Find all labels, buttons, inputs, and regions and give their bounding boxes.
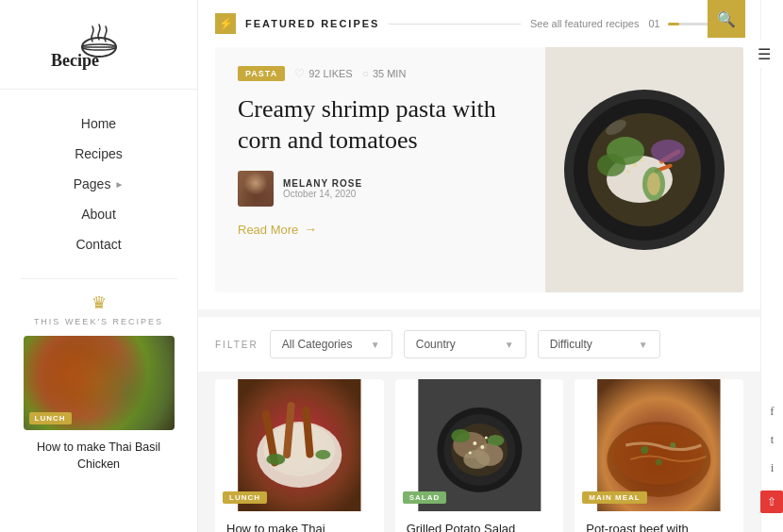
tag-pasta: PASTA (238, 66, 285, 81)
svg-point-37 (487, 435, 504, 446)
svg-point-27 (266, 454, 285, 465)
filter-label: FILTER (215, 340, 258, 350)
svg-point-17 (641, 159, 643, 162)
sidebar-divider (20, 278, 177, 279)
author-date: October 14, 2020 (283, 189, 362, 199)
featured-header: ⚡ FEATURED RECIPES See all featured reci… (215, 13, 743, 34)
sidebar-recipe-title: How to make Thai Basil Chicken (11, 440, 186, 473)
recipe-card-2[interactable]: MAIN MEAL Pot-roast beef with (575, 379, 743, 532)
chevron-down-icon-country: ▼ (505, 340, 514, 350)
filter-section: FILTER All Categories ▼ Country ▼ Diffic… (198, 317, 760, 372)
recipe-card-body-1: Grilled Potato Salad (395, 511, 564, 532)
svg-point-16 (633, 163, 637, 167)
chevron-down-icon-diff: ▼ (639, 340, 648, 350)
weeks-label: THIS WEEK'S RECIPES (34, 317, 163, 326)
recipe-card-image-1: SALAD (395, 379, 564, 511)
arrow-right-icon: → (304, 222, 317, 237)
sidebar-featured-image: LUNCH (24, 336, 175, 430)
clock-icon: ○ (362, 67, 369, 80)
recipe-card-title-2: Pot-roast beef with (586, 521, 732, 532)
filter-difficulty[interactable]: Difficulty ▼ (538, 330, 660, 358)
svg-point-10 (597, 154, 625, 176)
page-progress-fill (668, 23, 679, 25)
recipe-card-0[interactable]: LUNCH How to make Thai (215, 379, 384, 532)
nav-contact[interactable]: Contact (0, 229, 197, 259)
card-tags: PASTA ♡ 92 LIKES ○ 35 MIN (238, 66, 523, 81)
svg-point-47 (671, 442, 676, 448)
recipe-card-image-0: LUNCH (215, 379, 384, 511)
author-info: MELANY ROSE October 14, 2020 (283, 178, 362, 199)
search-button[interactable]: 🔍 (708, 0, 745, 38)
lightning-icon: ⚡ (215, 13, 236, 34)
recipe-title: Creamy shrimp pasta with corn and tomato… (238, 94, 523, 156)
nav-about[interactable]: About (0, 199, 197, 229)
svg-point-36 (451, 429, 470, 442)
nav-pages[interactable]: Pages ► (0, 169, 197, 199)
svg-point-38 (473, 441, 476, 445)
scroll-top-button[interactable]: ⇧ (760, 490, 783, 513)
author-name: MELANY ROSE (283, 178, 362, 189)
twitter-icon[interactable]: t (771, 432, 775, 447)
badge-mainmeal-2: MAIN MEAL (582, 491, 646, 504)
logo-icon: Becipe (47, 17, 151, 74)
svg-point-28 (315, 450, 330, 459)
svg-point-46 (641, 446, 649, 454)
filter-categories[interactable]: All Categories ▼ (270, 330, 392, 358)
recipe-grid: LUNCH How to make Thai (215, 379, 743, 532)
nav-recipes[interactable]: Recipes (0, 139, 197, 169)
hamburger-icon: ☰ (758, 45, 771, 63)
nav-home[interactable]: Home (0, 108, 197, 139)
main-content: ⚡ FEATURED RECIPES See all featured reci… (198, 0, 760, 532)
svg-point-41 (485, 437, 488, 440)
logo-area: Becipe (0, 0, 197, 90)
search-icon: 🔍 (717, 10, 736, 28)
author-row: MELANY ROSE October 14, 2020 (238, 171, 523, 207)
svg-point-48 (656, 459, 662, 466)
sidebar-badge-lunch: LUNCH (29, 412, 72, 424)
facebook-icon[interactable]: f (770, 404, 774, 419)
featured-line (389, 24, 521, 25)
sidebar: Becipe Home Recipes Pages ► About Contac… (0, 0, 198, 532)
author-avatar (238, 171, 274, 207)
tag-likes: ♡ 92 LIKES (294, 67, 352, 80)
featured-card-content: PASTA ♡ 92 LIKES ○ 35 MIN Creamy shrimp … (215, 47, 545, 292)
recipe-card-1[interactable]: SALAD Grilled Potato Salad (395, 379, 564, 532)
featured-section: ⚡ FEATURED RECIPES See all featured reci… (198, 0, 760, 309)
svg-point-35 (463, 450, 490, 469)
svg-point-40 (469, 452, 472, 455)
weeks-recipes-section: ♛ THIS WEEK'S RECIPES LUNCH How to make … (0, 292, 197, 473)
recipe-card-body-0: How to make Thai (215, 511, 384, 532)
svg-text:Becipe: Becipe (51, 51, 99, 70)
svg-point-15 (647, 173, 660, 195)
svg-point-18 (627, 171, 630, 174)
svg-point-45 (614, 424, 705, 485)
hamburger-button[interactable]: ☰ (745, 40, 783, 68)
featured-title: FEATURED RECIPES (245, 18, 379, 29)
page-current: 01 (649, 18, 660, 29)
chevron-right-icon: ► (114, 179, 124, 190)
food-image-svg (545, 47, 743, 292)
see-all-link[interactable]: See all featured recipes (530, 18, 640, 29)
right-sidebar: f t i ⇧ (760, 0, 783, 532)
instagram-icon[interactable]: i (771, 460, 775, 475)
filter-country[interactable]: Country ▼ (404, 330, 526, 358)
recipe-card-title-1: Grilled Potato Salad (407, 521, 553, 532)
heart-icon: ♡ (294, 67, 305, 80)
svg-point-13 (651, 140, 685, 162)
recipe-card-body-2: Pot-roast beef with (575, 511, 743, 532)
crown-icon: ♛ (92, 292, 107, 313)
badge-lunch-0: LUNCH (223, 491, 267, 504)
recipe-card-image-2: MAIN MEAL (575, 379, 743, 511)
nav-menu: Home Recipes Pages ► About Contact (0, 90, 197, 259)
read-more-link[interactable]: Read More → (238, 222, 523, 237)
badge-salad-1: SALAD (403, 491, 447, 504)
chevron-down-icon-cat: ▼ (371, 340, 380, 350)
featured-card-image (545, 47, 743, 292)
recipe-grid-section: LUNCH How to make Thai (198, 379, 760, 532)
recipe-card-title-0: How to make Thai (226, 521, 373, 532)
featured-card: PASTA ♡ 92 LIKES ○ 35 MIN Creamy shrimp … (215, 47, 743, 292)
tag-time: ○ 35 MIN (362, 67, 407, 80)
svg-point-39 (480, 445, 484, 449)
